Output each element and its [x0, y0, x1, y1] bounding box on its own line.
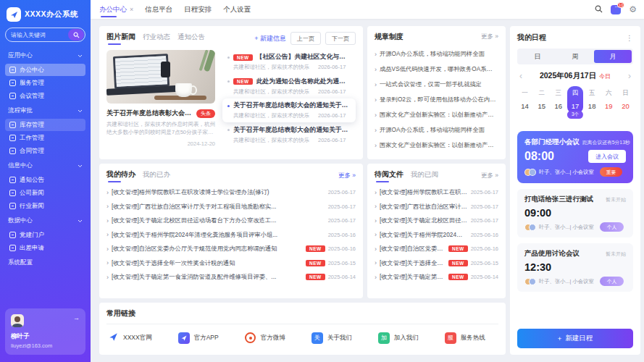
more-link[interactable]: 更多 »: [338, 172, 356, 180]
sidebar-item-meeting-mgmt[interactable]: 会议管理: [5, 90, 85, 102]
sidebar-section-process-approval[interactable]: 流程审批: [5, 103, 85, 118]
chevron-right-icon: ›: [106, 217, 109, 224]
prev-page-button[interactable]: 上一页: [290, 32, 321, 45]
table-row[interactable]: ›[收文管理]关于确定第一食堂消防管道及配件维修项目评委、...NEW2025-…: [106, 270, 356, 285]
table-row[interactable]: ›[收文管理]关于确定北校区田径运动场看台下方办公室改造工...2025-06-…: [106, 214, 356, 228]
close-icon[interactable]: ×: [130, 6, 133, 13]
sidebar-item-inventory-mgmt[interactable]: 库存管理: [5, 119, 85, 131]
list-item-highlighted[interactable]: 关于召开年度总结表彰大会的通知关于召开年度总结 共建和谐社区，探索技术的快乐20…: [222, 98, 356, 122]
table-row[interactable]: ›[收文管理]广西壮族自治区审计厅关于对工程项目地质勘察实...2025-06-…: [106, 200, 356, 214]
prev-date-icon[interactable]: ‹: [517, 71, 524, 81]
chevron-right-icon: ›: [106, 259, 109, 266]
table-row[interactable]: ›[收文管理]关于确定北校区田径运动场看台下方办公室改造工...2025-06-…: [375, 214, 498, 228]
sidebar-item-industry-news[interactable]: 行业新闻: [5, 200, 85, 212]
sidebar-item-work-mgmt[interactable]: 工作管理: [5, 132, 85, 144]
link-about-us[interactable]: 关 关于我们: [311, 332, 352, 344]
sidebar-section-info-center[interactable]: 信息中心: [5, 158, 85, 173]
arrow-right-icon[interactable]: →: [73, 314, 80, 321]
list-item[interactable]: NEW 【社区公告】共建社区文化与生态，一起齐 共建和谐社区，探索技术的快乐20…: [222, 50, 356, 74]
important-tag: 重要: [600, 167, 623, 177]
table-row[interactable]: ›[收文管理]关于确定第一食堂消防管道及配件维修项目评委、...NEW2025-…: [375, 270, 498, 285]
calendar-day-selected[interactable]: 四 17 3个: [567, 86, 582, 114]
link-join-us[interactable]: 加 加入我们: [378, 332, 419, 344]
event-status: 暂未开始: [606, 196, 626, 203]
sidebar-item-notice[interactable]: 通知公告: [5, 174, 85, 186]
next-page-button[interactable]: 下一页: [325, 32, 356, 45]
list-item[interactable]: ›一站式会议管理，仅需一部手机就搞定: [375, 77, 498, 92]
featured-title[interactable]: 关于召开年度总结表彰大会的通知: [106, 109, 193, 118]
new-info-button[interactable]: + 新建信息: [254, 34, 286, 43]
sidebar-item-office-center[interactable]: 办公中心: [5, 64, 85, 76]
event-card[interactable]: 打电话给张三进行测试 暂未开始 09:00 叶子、张小...| 小会议室 个人: [517, 189, 633, 237]
next-date-icon[interactable]: ›: [626, 71, 633, 81]
link-official-site[interactable]: XXXX官网: [108, 332, 152, 344]
list-item[interactable]: NEW 此处为通知公告名称此处为通知公告名称 共建和谐社区，探索技术的快乐202…: [222, 75, 356, 98]
new-schedule-button[interactable]: + 新建日程: [517, 329, 633, 348]
table-row[interactable]: ›[收文管理]梧州学院教职工在职攻读博士学位管理办法(修订)2025-06-17: [375, 185, 498, 200]
list-item[interactable]: ›开源OA办公系统，移动端功能同样全面: [375, 46, 498, 62]
calendar-day[interactable]: 二15: [534, 86, 549, 114]
list-item[interactable]: ›登录到O2云，即可使用包括移动办公在内的所有功能!: [375, 92, 498, 107]
table-row[interactable]: ›[收文管理]自治区党委办公厅关于规范使用党内同志称谓的通知NEW2025-06…: [375, 242, 498, 256]
view-week-button[interactable]: 周: [556, 50, 594, 63]
event-card[interactable]: 产品使用讨论会议 暂未开始 12:30 叶子、张小...| 小会议室 个人: [517, 243, 633, 292]
link-service-hotline[interactable]: 服 服务热线: [445, 332, 485, 344]
sidebar-section-app-center[interactable]: 应用中心: [5, 48, 85, 63]
new-badge: NEW: [448, 245, 468, 252]
sidebar-section-data-center[interactable]: 数据中心: [5, 213, 85, 228]
sidebar-search-input[interactable]: [7, 32, 68, 38]
sidebar-item-party-portal[interactable]: 党建门户: [5, 229, 85, 241]
sidebar-item-contract-mgmt[interactable]: 合同管理: [5, 145, 85, 157]
table-row[interactable]: ›[收文管理]梧州学院教职工在职攻读博士学位管理办法(修订)2025-06-17: [106, 185, 356, 200]
table-row[interactable]: ›[收文管理]广西壮族自治区审计厅关于对工程项目地质勘察实...2025-06-…: [375, 200, 498, 214]
more-link[interactable]: 更多 »: [481, 33, 498, 41]
tab-notice-announcement[interactable]: 通知公告: [177, 33, 205, 45]
tab-personal-settings[interactable]: 个人设置: [223, 0, 251, 19]
featured-news-card[interactable]: 关于召开年度总结表彰大会的通知 头条 共建和谐社区，探索技术的作息时间表，杭州绝…: [106, 50, 215, 147]
more-link[interactable]: 更多 »: [481, 172, 498, 180]
view-day-button[interactable]: 日: [519, 50, 556, 63]
sidebar-item-company-news[interactable]: 公司新闻: [5, 187, 85, 199]
search-icon[interactable]: [595, 3, 603, 16]
tab-info-platform[interactable]: 信息平台: [145, 0, 172, 19]
calendar-day[interactable]: 五18: [585, 86, 600, 114]
more-vertical-icon[interactable]: ⋮: [626, 34, 633, 42]
gear-icon[interactable]: ⚙: [629, 5, 637, 14]
calendar-day[interactable]: 一14: [517, 86, 532, 114]
sidebar-item-travel-request[interactable]: 出差申请: [5, 242, 85, 254]
list-item[interactable]: ›开源OA办公系统，移动端功能同样全面: [375, 122, 498, 138]
tab-files-to-read[interactable]: 待阅文件: [375, 169, 403, 182]
table-row[interactable]: ›[收文管理]关于梧州学院2024年清理化粪池服务项目评审小组...2025-0…: [106, 228, 356, 243]
table-row[interactable]: ›[收文管理]关于选择全年一次性奖金计税的通知NEW2025-06-15: [375, 256, 498, 271]
calendar-day[interactable]: 日20: [618, 86, 633, 114]
tab-schedule[interactable]: 日程安排: [184, 0, 212, 19]
sidebar-item-service-mgmt[interactable]: 服务管理: [5, 77, 85, 89]
list-item[interactable]: 关于召开年度总结表彰大会的通知关于召开年度总 共建和谐社区，探索技术的快乐202…: [222, 123, 356, 147]
join-meeting-button[interactable]: 进入会议: [588, 150, 626, 163]
table-row[interactable]: ›[收文管理]自治区党委办公厅关于规范使用党内同志称谓的通知NEW2025-06…: [106, 242, 356, 256]
calendar-day[interactable]: 三16: [551, 86, 566, 114]
list-item[interactable]: ›成品VS低代码快速开发，哪种政务OA系统更好呢？: [375, 62, 498, 77]
list-item[interactable]: ›国家文化产业创新实验区：以创新推动产业发展: [375, 107, 498, 122]
link-official-app[interactable]: 官方APP: [178, 332, 219, 344]
calendar-day[interactable]: 六19: [601, 86, 616, 114]
event-attendees: 叶子、张小...| 小会议室: [539, 278, 594, 285]
message-icon[interactable]: 10: [611, 5, 621, 14]
meeting-card[interactable]: 各部门经理小会议 距离会议还有5分13秒 08:00 进入会议 叶子、张小...…: [517, 131, 633, 183]
list-item[interactable]: ›国家文化产业创新实验区：以创新推动产业发展: [375, 138, 498, 153]
user-card[interactable]: → 柳叶子 liuyezi@163.com: [5, 308, 85, 355]
table-row[interactable]: ›[收文管理]关于选择全年一次性奖金计税的通知NEW2025-06-15: [106, 256, 356, 271]
tab-office-center[interactable]: 办公中心 ×: [99, 0, 133, 19]
sidebar-section-system-config[interactable]: 系统配置: [5, 255, 85, 270]
tab-my-todo[interactable]: 我的待办: [106, 169, 135, 182]
table-row[interactable]: ›[收文管理]关于梧州学院2024年清理化粪池服务项目评审小组...2025-0…: [375, 228, 498, 243]
tab-industry-trends[interactable]: 行业动态: [143, 33, 170, 45]
today-link[interactable]: 今日: [599, 72, 611, 80]
view-month-button[interactable]: 月: [594, 50, 632, 63]
section-label: 信息中心: [8, 161, 33, 170]
tab-picture-news[interactable]: 图片新闻: [106, 32, 135, 45]
tab-files-read[interactable]: 我的已阅: [411, 170, 438, 182]
tab-my-done[interactable]: 我的已办: [143, 170, 170, 182]
link-official-weibo[interactable]: 官方微博: [245, 332, 285, 344]
sidebar-search-button[interactable]: [68, 29, 84, 41]
